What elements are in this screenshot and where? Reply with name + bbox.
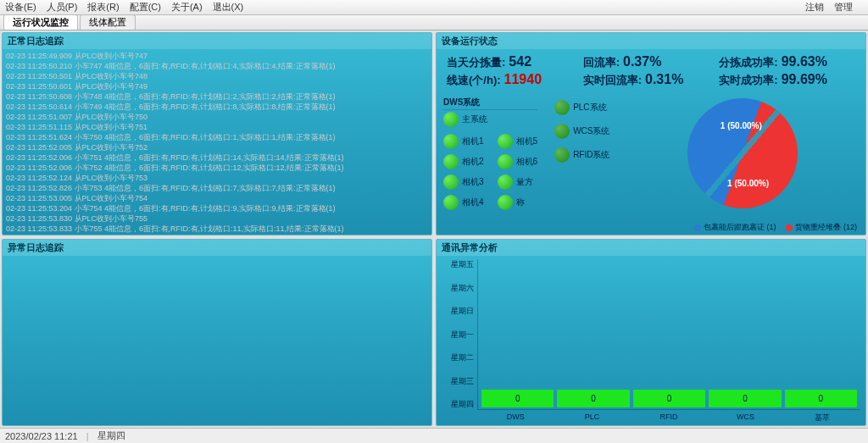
rt-reflow-value: 0.31% (645, 72, 683, 86)
error-log-panel: 异常日志追踪 (2, 239, 432, 426)
legend-red-label: 货物重经堆叠 (12) (795, 222, 857, 233)
comm-analysis-panel: 通讯异常分析 星期五星期六星期日星期一星期二星期三星期四 00000 DWSPL… (436, 239, 866, 426)
menu-report[interactable]: 报表(R) (87, 1, 119, 14)
menu-exit[interactable]: 退出(X) (213, 1, 244, 14)
status-dot (443, 174, 459, 190)
status-dot-main (443, 112, 459, 127)
legend-blue-label: 包裹能后跟跑裹证 (1) (704, 222, 776, 233)
log-line: 02-23 11:25:51.007 从PLC收到小车号750 (6, 112, 428, 122)
log-line: 02-23 11:25:50.614 小车749 4能信息，6面扫:有,RFID… (6, 102, 428, 112)
sort-rate-label: 分拣成功率: (719, 56, 777, 69)
system-indicator: RFID系统 (554, 147, 609, 163)
status-indicator: 量方 (498, 174, 538, 190)
status-label: 相机1 (462, 136, 484, 147)
menu-admin[interactable]: 管理 (834, 1, 853, 14)
normal-log-title: 正常日志追踪 (3, 33, 431, 49)
rt-sort-rate-label: 实时成功率: (719, 74, 777, 86)
pie-legend: 包裹能后跟跑裹证 (1) 货物重经堆叠 (12) (694, 222, 857, 233)
status-dot (443, 195, 459, 210)
pie-chart: 1 (50.00%) 1 (50.00%) (672, 83, 814, 224)
status-dot (443, 134, 459, 149)
today-sort-label: 当天分拣量: (447, 56, 505, 69)
menu-logout[interactable]: 注销 (805, 1, 824, 14)
status-label: 量方 (516, 176, 533, 188)
status-indicator: 相机4 (443, 195, 484, 210)
log-line: 02-23 11:25:54.006 从PLC收到小车号756 (6, 234, 428, 235)
status-dot (443, 154, 459, 169)
y-axis-label: 星期五 (440, 259, 474, 270)
menu-config[interactable]: 配置(C) (130, 1, 161, 14)
menu-person[interactable]: 人员(P) (47, 1, 78, 14)
bar: 0 (481, 390, 554, 407)
system-label: WCS系统 (573, 125, 609, 137)
line-speed-label: 线速(个/h): (447, 74, 501, 86)
x-axis-label: WCS (707, 413, 783, 424)
log-line: 02-23 11:25:53.204 小车754 4能信息，6面扫:有,RFID… (6, 203, 428, 213)
normal-log-body[interactable]: 02-23 11:25:49.909 从PLC收到小车号74702-23 11:… (3, 49, 431, 235)
status-dot (498, 195, 513, 210)
sort-rate-value: 99.63% (782, 54, 827, 69)
system-indicator: PLC系统 (554, 100, 609, 115)
y-axis-label: 星期三 (440, 376, 474, 387)
log-line: 02-23 11:25:49.909 从PLC收到小车号747 (6, 51, 428, 61)
main-system-label: 主系统 (462, 114, 487, 125)
tab-runtime-monitor[interactable]: 运行状况监控 (3, 14, 78, 30)
status-label: 相机5 (516, 136, 538, 147)
status-label: 称 (516, 197, 525, 208)
device-status-title: 设备运行状态 (437, 33, 865, 49)
x-axis-label: DWS (477, 413, 554, 424)
status-indicator: 相机2 (443, 154, 484, 169)
status-datetime: 2023/02/23 11:21 (5, 431, 78, 441)
status-indicator: 相机5 (498, 134, 538, 149)
y-axis-label: 星期日 (440, 306, 474, 317)
menu-about[interactable]: 关于(A) (171, 1, 203, 14)
x-axis-label: 基萃 (784, 413, 860, 424)
log-line: 02-23 11:25:53.830 从PLC收到小车号755 (6, 213, 428, 224)
normal-log-panel: 正常日志追踪 02-23 11:25:49.909 从PLC收到小车号74702… (2, 32, 432, 235)
pie-blue-label: 1 (50.00%) (727, 179, 769, 188)
status-indicator: 相机3 (443, 174, 484, 190)
log-line: 02-23 11:25:50.608 小车748 4能信息，6面扫:有,RFID… (6, 91, 428, 102)
today-sort-value: 542 (509, 54, 531, 69)
status-dot (498, 134, 513, 149)
status-label: 相机2 (462, 156, 484, 168)
status-indicator: 称 (498, 195, 538, 210)
log-line: 02-23 11:25:52.005 从PLC收到小车号752 (6, 142, 428, 152)
log-line: 02-23 11:25:51.624 小车750 4能信息，6面扫:有,RFID… (6, 132, 428, 142)
status-dot (554, 100, 570, 115)
legend-dot-red (786, 224, 793, 231)
bar: 0 (633, 390, 705, 407)
y-axis-label: 星期二 (440, 352, 474, 363)
bar: 0 (557, 390, 629, 407)
device-status-panel: 设备运行状态 当天分拣量:542 线速(个/h):11940 回流率:0.37%… (436, 32, 866, 235)
tab-bar: 运行状况监控 线体配置 (0, 15, 868, 30)
status-label: 相机6 (516, 156, 538, 168)
log-line: 02-23 11:25:50.210 小车747 4能信息，6面扫:有,RFID… (6, 61, 428, 71)
log-line: 02-23 11:25:53.833 小车755 4能信息，6面扫:有,RFID… (6, 224, 428, 234)
status-dot (498, 174, 513, 190)
legend-dot-blue (694, 224, 701, 231)
dws-title: DWS系统 (443, 97, 537, 110)
error-log-title: 异常日志追踪 (3, 240, 431, 256)
log-line: 02-23 11:25:52.006 小车752 4能信息，6面扫:有,RFID… (6, 163, 428, 173)
status-dot (554, 147, 570, 163)
y-axis-label: 星期四 (440, 399, 474, 410)
log-line: 02-23 11:25:52.006 小车751 4能信息，6面扫:有,RFID… (6, 152, 428, 163)
rt-reflow-label: 实时回流率: (583, 74, 642, 86)
status-dot (554, 124, 570, 139)
status-bar: 2023/02/23 11:21 | 星期四 (0, 428, 868, 443)
bar: 0 (785, 390, 857, 407)
system-label: RFID系统 (573, 149, 609, 161)
status-label: 相机4 (462, 197, 484, 208)
y-axis-label: 星期一 (440, 329, 474, 341)
line-speed-value: 11940 (504, 72, 542, 86)
y-axis-label: 星期六 (440, 283, 474, 294)
error-log-body[interactable] (3, 256, 431, 425)
log-line: 02-23 11:25:52.124 从PLC收到小车号753 (6, 173, 428, 183)
menu-device[interactable]: 设备(E) (5, 1, 36, 14)
tab-line-config[interactable]: 线体配置 (80, 14, 136, 30)
reflow-value: 0.37% (623, 54, 661, 69)
comm-analysis-title: 通讯异常分析 (437, 240, 865, 256)
reflow-label: 回流率: (583, 56, 620, 69)
x-axis-label: RFID (631, 413, 707, 424)
